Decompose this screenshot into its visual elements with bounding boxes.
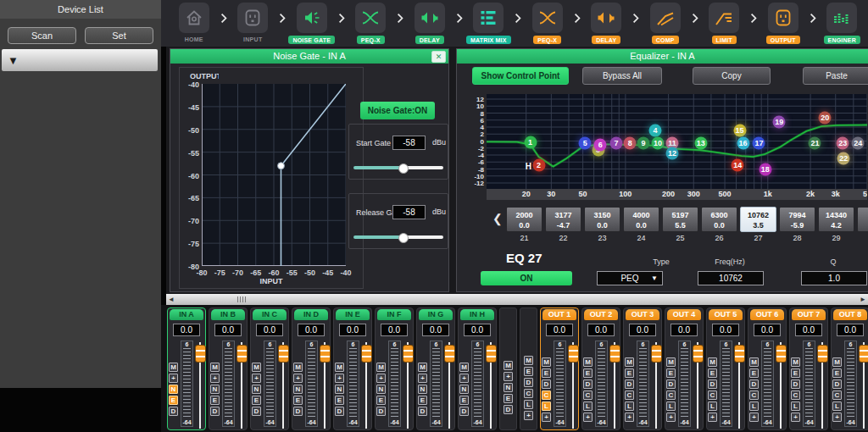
eq-control-point-4[interactable]: 4 [648, 125, 661, 137]
channel-gain-value[interactable]: 0.0 [173, 324, 200, 336]
nav-item-matrix-mix[interactable]: MATRIX MIX [463, 0, 515, 44]
nav-item-output[interactable]: OUTPUT [757, 0, 810, 44]
channel-fader[interactable] [320, 339, 331, 429]
channel-button-plus[interactable]: + [832, 413, 842, 422]
nav-item-comp[interactable]: COMP [639, 0, 692, 44]
channel-gain-value[interactable]: 0.0 [587, 324, 615, 336]
fader-handle[interactable] [568, 345, 579, 363]
channel-fader[interactable] [195, 339, 206, 429]
channel-gain-value[interactable]: 0.0 [381, 324, 408, 336]
channel-button-e[interactable]: E [459, 396, 469, 405]
channel-button-e[interactable]: E [376, 396, 386, 405]
channel-strip-in-h[interactable]: IN H0.0M+NED6-64 [458, 307, 497, 430]
channel-button-d[interactable]: D [832, 379, 842, 389]
channel-button-m[interactable]: M [832, 357, 842, 367]
bypass-all-button[interactable]: Bypass All [582, 67, 662, 85]
nav-item-delay[interactable]: DELAY [403, 0, 456, 44]
channel-fader[interactable] [859, 339, 868, 429]
channel-gain-value[interactable]: 0.0 [837, 324, 864, 336]
scrollbar-track[interactable] [176, 294, 858, 305]
channel-button-l[interactable]: L [542, 402, 551, 411]
nav-item-limit[interactable]: LIMIT [698, 0, 751, 44]
release-gate-slider[interactable] [353, 233, 443, 241]
eq-band-cell[interactable]: 3177-4.7 [545, 207, 581, 232]
eq-control-point-8[interactable]: 8 [624, 136, 637, 149]
channel-button-d[interactable]: D [252, 407, 261, 416]
fader-handle[interactable] [693, 345, 704, 363]
channel-button-n[interactable]: N [169, 385, 178, 394]
channel-button-e[interactable]: E [293, 396, 303, 405]
channel-button-plus[interactable]: + [169, 374, 178, 383]
channel-label[interactable]: IN F [377, 309, 411, 320]
channel-label[interactable]: OUT 3 [626, 309, 659, 320]
channel-strip-in-e[interactable]: IN E0.0M+NED6-64 [333, 307, 372, 430]
channel-label[interactable]: IN H [460, 309, 494, 320]
eq-control-point-23[interactable]: 23 [837, 136, 849, 149]
channel-strip-out-8[interactable]: OUT 80.0MEDCL+6-64 [831, 307, 868, 430]
channel-button-m[interactable]: M [459, 363, 469, 372]
master-button-d[interactable]: D [504, 405, 513, 414]
eq-control-point-1[interactable]: 1 [524, 136, 537, 149]
fader-handle[interactable] [609, 345, 620, 363]
channel-gain-value[interactable]: 0.0 [339, 324, 366, 336]
channel-button-c[interactable]: C [625, 390, 634, 400]
channel-button-l[interactable]: L [583, 402, 593, 411]
slider-thumb[interactable] [398, 163, 409, 174]
channel-button-m[interactable]: M [376, 363, 386, 372]
channel-label[interactable]: IN C [253, 309, 287, 320]
scroll-right-icon[interactable]: ► [858, 296, 868, 303]
channel-gain-value[interactable]: 0.0 [214, 324, 242, 336]
eq-band-cell[interactable]: 143404.2 [818, 207, 854, 232]
channel-strip-in-b[interactable]: IN B0.0M+NED6-64 [209, 307, 248, 430]
channel-fader[interactable] [609, 339, 620, 429]
fader-handle[interactable] [444, 345, 455, 363]
channel-button-plus[interactable]: + [708, 413, 717, 422]
channel-button-d[interactable]: D [666, 379, 676, 389]
start-gate-value[interactable]: -58 [392, 136, 426, 150]
channel-label[interactable]: OUT 4 [667, 309, 701, 320]
scrollbar-grip[interactable] [237, 296, 247, 302]
channel-strip-in-g[interactable]: IN G0.0M+NED6-64 [416, 307, 455, 430]
channel-button-plus[interactable]: + [459, 374, 469, 383]
channel-button-m[interactable]: M [335, 363, 344, 372]
channel-button-l[interactable]: L [749, 402, 759, 411]
channel-button-plus[interactable]: + [252, 374, 261, 383]
channel-button-n[interactable]: N [252, 385, 261, 394]
eq-control-point-13[interactable]: 13 [694, 136, 707, 149]
eq-control-point-18[interactable]: 18 [759, 163, 771, 175]
channel-button-m[interactable]: M [542, 357, 551, 367]
channel-button-d[interactable]: D [791, 379, 800, 389]
master-button-e[interactable]: E [504, 394, 513, 403]
channel-button-e[interactable]: E [169, 396, 178, 405]
channel-button-plus[interactable]: + [666, 413, 676, 422]
channel-button-c[interactable]: C [832, 390, 842, 400]
channel-button-e[interactable]: E [418, 396, 427, 405]
channel-strip-in-f[interactable]: IN F0.0M+NED6-64 [375, 307, 414, 430]
fader-handle[interactable] [651, 345, 662, 363]
channel-button-c[interactable]: C [583, 390, 593, 400]
nav-item-input[interactable]: INPUT [227, 0, 280, 42]
channel-button-plus[interactable]: + [210, 374, 220, 383]
channel-button-m[interactable]: M [293, 363, 303, 372]
channel-button-l[interactable]: L [666, 402, 676, 411]
fader-handle[interactable] [236, 345, 248, 363]
channel-button-e[interactable]: E [210, 396, 220, 405]
fader-handle[interactable] [776, 345, 787, 363]
fader-handle[interactable] [278, 345, 289, 363]
eq-control-point-21[interactable]: 21 [809, 136, 821, 149]
channel-label[interactable]: OUT 8 [833, 309, 867, 320]
channel-gain-value[interactable]: 0.0 [256, 324, 283, 336]
channel-strip-out-1[interactable]: OUT 10.0MEDCL+6-64 [540, 307, 579, 430]
channel-button-c[interactable]: C [542, 390, 551, 400]
channel-label[interactable]: OUT 1 [542, 309, 576, 320]
nav-item-peq-x[interactable]: PEQ-X [345, 0, 398, 44]
channel-button-d[interactable]: D [169, 407, 178, 416]
eq-on-button[interactable]: ON [481, 271, 572, 285]
channel-gain-value[interactable]: 0.0 [795, 324, 822, 336]
eq-band-cell[interactable]: 107623.5 [740, 207, 776, 232]
eq-control-point-12[interactable]: 12 [666, 147, 679, 159]
eq-control-point-7[interactable]: 7 [610, 136, 623, 149]
eq-band-cell[interactable]: 31500.0 [584, 207, 620, 232]
paste-button[interactable]: Paste [803, 67, 868, 85]
channel-button-plus[interactable]: + [418, 374, 427, 383]
